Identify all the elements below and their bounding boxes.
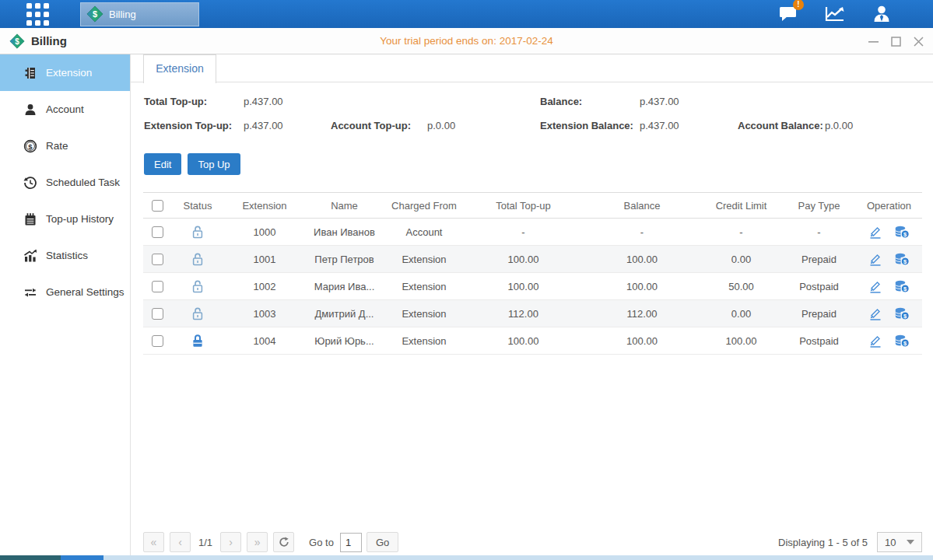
account-balance-label: Account Balance: xyxy=(738,120,823,131)
select-all-checkbox[interactable] xyxy=(152,200,163,212)
row-checkbox-cell xyxy=(143,300,170,327)
user-account-icon[interactable] xyxy=(868,2,896,26)
col-total-topup: Total Top-up xyxy=(463,193,584,219)
row-checkbox[interactable] xyxy=(152,335,163,347)
total-topup-label: Total Top-up: xyxy=(144,96,207,107)
go-button[interactable]: Go xyxy=(367,532,398,552)
balance-cell: 112.00 xyxy=(584,300,700,327)
maximize-icon[interactable] xyxy=(891,37,901,47)
page-indicator: 1/1 xyxy=(198,537,212,548)
page-size-select[interactable]: 10 xyxy=(877,532,922,552)
statistics-chart-icon[interactable] xyxy=(821,2,849,26)
chevron-down-icon xyxy=(907,540,914,544)
taskbar: $ Billing ! xyxy=(0,0,933,28)
lock-open-icon[interactable] xyxy=(191,306,204,321)
sidebar-item-rate[interactable]: $ Rate xyxy=(0,128,130,164)
name-cell: Петр Петров xyxy=(303,246,385,273)
top-up-button[interactable]: Top Up xyxy=(188,153,240,175)
topup-icon[interactable]: $ xyxy=(894,280,910,293)
lock-closed-icon[interactable] xyxy=(191,334,204,348)
apps-grid-icon[interactable] xyxy=(26,3,49,26)
credit-limit-cell: - xyxy=(700,219,782,246)
operation-cell: $ xyxy=(856,219,922,246)
table-row: 1003Дмитрий Д...Extension112.00112.000.0… xyxy=(143,300,922,327)
pay-type-cell: Prepaid xyxy=(782,300,856,327)
topup-icon[interactable]: $ xyxy=(894,334,910,348)
operation-cell: $ xyxy=(856,300,922,327)
tab-extension[interactable]: Extension xyxy=(143,54,216,83)
goto-page-input[interactable] xyxy=(340,533,362,552)
balance-label: Balance: xyxy=(540,96,582,107)
name-cell: Дмитрий Д... xyxy=(303,300,385,327)
sidebar-item-topup-history[interactable]: Top-up History xyxy=(0,201,130,237)
topup-icon[interactable]: $ xyxy=(894,253,910,266)
total-topup-cell: 100.00 xyxy=(463,327,584,355)
status-cell xyxy=(170,246,226,273)
balance-cell: - xyxy=(584,219,700,246)
first-page-button[interactable]: « xyxy=(143,532,164,552)
edit-icon[interactable] xyxy=(868,334,882,348)
topup-icon[interactable]: $ xyxy=(894,307,910,320)
name-cell: Иван Иванов xyxy=(303,219,385,246)
lock-open-icon[interactable] xyxy=(191,225,204,240)
sidebar-item-label: Top-up History xyxy=(46,213,114,225)
sidebar-item-general-settings[interactable]: General Settings xyxy=(0,274,130,310)
edit-icon[interactable] xyxy=(868,307,882,320)
credit-limit-cell: 0.00 xyxy=(700,246,782,273)
table-row: 1001Петр ПетровExtension100.00100.000.00… xyxy=(143,246,922,273)
extension-table: Status Extension Name Charged From Total… xyxy=(143,192,922,355)
sidebar-item-account[interactable]: Account xyxy=(0,91,130,128)
goto-label: Go to xyxy=(309,537,334,548)
charged-from-cell: Extension xyxy=(385,273,463,300)
col-name: Name xyxy=(303,193,385,219)
charged-from-cell: Extension xyxy=(385,300,463,327)
summary-panel: Total Top-up: p.437.00 Balance: p.437.00… xyxy=(131,93,933,142)
edit-icon[interactable] xyxy=(868,280,882,293)
lock-open-icon[interactable] xyxy=(191,279,204,294)
col-extension: Extension xyxy=(226,193,303,219)
svg-text:$: $ xyxy=(28,142,33,150)
edit-icon[interactable] xyxy=(868,253,882,266)
topup-icon[interactable]: $ xyxy=(894,226,910,239)
operation-cell: $ xyxy=(856,327,922,355)
charged-from-cell: Account xyxy=(385,219,463,246)
balance-cell: 100.00 xyxy=(584,273,700,300)
edit-button[interactable]: Edit xyxy=(144,153,181,175)
trial-notice: Your trial period ends on: 2017-02-24 xyxy=(0,35,933,47)
pay-type-cell: Postpaid xyxy=(782,327,856,355)
messages-icon[interactable]: ! xyxy=(774,2,802,26)
row-checkbox[interactable] xyxy=(152,226,163,238)
status-cell xyxy=(170,219,226,246)
lock-open-icon[interactable] xyxy=(191,252,204,267)
extension-icon xyxy=(23,66,37,80)
col-pay-type: Pay Type xyxy=(782,193,856,219)
window-titlebar: $ Billing Your trial period ends on: 201… xyxy=(0,28,933,54)
minimize-icon[interactable] xyxy=(868,37,879,47)
row-checkbox-cell xyxy=(143,246,170,273)
row-checkbox-cell xyxy=(143,273,170,300)
sidebar-item-scheduled-task[interactable]: Scheduled Task xyxy=(0,164,130,201)
last-page-button[interactable]: » xyxy=(247,532,268,552)
scheduled-task-icon xyxy=(23,176,37,190)
col-charged-from: Charged From xyxy=(385,193,463,219)
taskbar-tab-billing[interactable]: $ Billing xyxy=(80,2,199,26)
extension-cell: 1004 xyxy=(226,327,303,355)
pay-type-cell: Prepaid xyxy=(782,246,856,273)
sidebar-item-label: Scheduled Task xyxy=(46,177,120,188)
sidebar-item-label: Account xyxy=(46,103,84,115)
table-row: 1004Юрий Юрь...Extension100.00100.00100.… xyxy=(143,327,922,355)
sidebar-item-statistics[interactable]: Statistics xyxy=(0,237,130,274)
billing-diamond-icon: $ xyxy=(86,5,103,23)
refresh-button[interactable] xyxy=(273,532,294,552)
sidebar-item-label: Rate xyxy=(46,140,68,152)
close-icon[interactable] xyxy=(914,37,924,47)
row-checkbox[interactable] xyxy=(152,308,163,320)
sidebar-item-extension[interactable]: Extension xyxy=(0,54,130,91)
table-header-row: Status Extension Name Charged From Total… xyxy=(143,193,922,219)
edit-icon[interactable] xyxy=(868,226,882,239)
status-cell xyxy=(170,300,226,327)
next-page-button[interactable]: › xyxy=(220,532,241,552)
prev-page-button[interactable]: ‹ xyxy=(170,532,191,552)
row-checkbox[interactable] xyxy=(152,281,163,292)
row-checkbox[interactable] xyxy=(152,254,163,265)
